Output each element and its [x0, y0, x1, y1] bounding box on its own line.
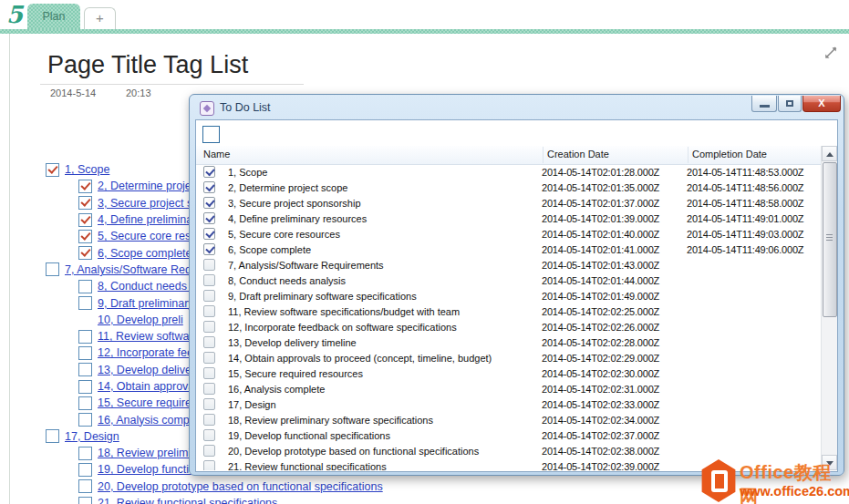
todo-checkbox[interactable]	[78, 447, 92, 460]
scrollbar-thumb[interactable]	[823, 162, 837, 317]
table-row[interactable]: 4, Define preliminary resources2014-05-1…	[196, 211, 822, 226]
column-header-completion-date[interactable]: Completion Date	[692, 149, 767, 159]
row-completion-date: 2014-05-14T11:48:58.000Z	[687, 198, 822, 209]
app-logo-icon: 5	[6, 1, 23, 28]
todo-checkbox[interactable]	[78, 363, 92, 376]
column-header-creation-date[interactable]: Creation Date	[547, 149, 609, 159]
table-row[interactable]: 19, Develop functional specifications201…	[196, 427, 822, 443]
todo-checkbox[interactable]	[78, 463, 92, 477]
row-completion-date: 2014-05-14T11:48:56.000Z	[687, 182, 822, 193]
row-creation-date: 2014-05-14T02:02:38.000Z	[542, 446, 687, 457]
todo-link[interactable]: 6, Scope complete	[98, 247, 192, 260]
dialog-title: To Do List	[220, 101, 271, 114]
row-checkbox[interactable]	[203, 445, 215, 457]
tab-plan[interactable]: Plan	[27, 4, 80, 29]
todo-checkbox[interactable]	[78, 479, 92, 493]
row-name: 5, Secure core resources	[228, 229, 542, 240]
todo-checkbox[interactable]	[78, 413, 92, 427]
table-row[interactable]: 16, Analysis complete2014-05-14T02:02:31…	[196, 381, 822, 396]
todo-list-dialog: To Do List X Name Creation Date Completi…	[189, 94, 844, 476]
todo-checkbox[interactable]	[78, 196, 92, 210]
row-checkbox[interactable]	[203, 243, 215, 255]
row-creation-date: 2014-05-14T02:02:30.000Z	[542, 368, 687, 379]
row-name: 19, Develop functional specifications	[228, 430, 542, 441]
vertical-scrollbar[interactable]	[821, 146, 837, 470]
row-creation-date: 2014-05-14T02:02:34.000Z	[542, 415, 687, 426]
row-checkbox[interactable]	[203, 259, 215, 271]
row-checkbox[interactable]	[203, 336, 215, 348]
row-checkbox[interactable]	[203, 460, 215, 470]
row-checkbox[interactable]	[203, 274, 215, 286]
row-creation-date: 2014-05-14T02:01:49.000Z	[542, 291, 687, 302]
row-checkbox[interactable]	[203, 367, 215, 379]
row-checkbox[interactable]	[203, 305, 215, 317]
resize-diagonal-icon[interactable]	[823, 46, 838, 60]
row-creation-date: 2014-05-14T02:02:33.000Z	[542, 399, 687, 410]
todo-checkbox[interactable]	[78, 497, 92, 504]
close-button[interactable]: X	[802, 96, 841, 112]
table-row[interactable]: 2, Determine project scope2014-05-14T02:…	[196, 180, 822, 195]
todo-checkbox[interactable]	[46, 429, 59, 443]
table-row[interactable]: 6, Scope complete2014-05-14T02:01:41.000…	[196, 242, 822, 257]
todo-checkbox[interactable]	[78, 296, 92, 310]
row-checkbox[interactable]	[203, 398, 215, 410]
table-row[interactable]: 14, Obtain approvals to proceed (concept…	[196, 350, 822, 365]
todo-list-item[interactable]: 21, Review functional specifications	[40, 495, 398, 504]
table-row[interactable]: 18, Review preliminary software specific…	[196, 412, 822, 427]
maximize-button[interactable]	[778, 96, 802, 112]
row-checkbox[interactable]	[203, 166, 215, 178]
todo-link[interactable]: 21, Review functional specifications	[98, 497, 277, 504]
row-checkbox[interactable]	[203, 181, 215, 193]
row-checkbox[interactable]	[203, 290, 215, 302]
table-row[interactable]: 5, Secure core resources2014-05-14T02:01…	[196, 226, 822, 242]
row-checkbox[interactable]	[203, 383, 215, 395]
table-row[interactable]: 7, Analysis/Software Requirements2014-05…	[196, 257, 822, 273]
row-checkbox[interactable]	[203, 228, 215, 240]
table-row[interactable]: 11, Review software specifications/budge…	[196, 303, 822, 319]
new-tab-button[interactable]: +	[84, 7, 116, 30]
todo-checkbox[interactable]	[46, 262, 59, 276]
todo-checkbox[interactable]	[78, 380, 92, 394]
todo-checkbox[interactable]	[78, 213, 92, 227]
todo-link[interactable]: 1, Scope	[65, 163, 109, 176]
title-divider	[40, 84, 304, 85]
table-row[interactable]: 15, Secure required resources2014-05-14T…	[196, 365, 822, 381]
row-name: 15, Secure required resources	[228, 368, 542, 379]
row-checkbox[interactable]	[203, 414, 215, 426]
todo-checkbox[interactable]	[78, 396, 92, 410]
todo-link[interactable]: 10, Develop preli	[98, 314, 183, 326]
todo-checkbox[interactable]	[78, 280, 92, 293]
table-row[interactable]: 17, Design2014-05-14T02:02:33.000Z	[196, 396, 822, 412]
todo-checkbox[interactable]	[78, 230, 92, 243]
todo-checkbox[interactable]	[78, 246, 92, 260]
scroll-up-button[interactable]	[822, 146, 837, 161]
minimize-icon	[760, 105, 770, 108]
row-checkbox[interactable]	[203, 352, 215, 364]
row-checkbox[interactable]	[203, 429, 215, 441]
table-row[interactable]: 3, Secure project sponsorship2014-05-14T…	[196, 195, 822, 211]
page-title: Page Title Tag List	[47, 51, 248, 79]
row-checkbox[interactable]	[203, 212, 215, 224]
row-checkbox[interactable]	[203, 197, 215, 209]
office-door-icon	[711, 470, 728, 492]
todo-checkbox[interactable]	[78, 180, 92, 193]
todo-link[interactable]: 20, Develop prototype based on functiona…	[98, 480, 383, 493]
master-checkbox[interactable]	[202, 126, 220, 143]
column-divider	[543, 147, 544, 163]
table-row[interactable]: 12, Incorporate feedback on software spe…	[196, 319, 822, 334]
todo-checkbox[interactable]	[46, 163, 59, 177]
row-creation-date: 2014-05-14T02:02:26.000Z	[542, 322, 687, 333]
table-row[interactable]: 20, Develop prototype based on functiona…	[196, 443, 822, 458]
todo-link[interactable]: 17, Design	[65, 430, 119, 443]
column-header-name[interactable]: Name	[203, 149, 230, 159]
todo-checkbox[interactable]	[78, 330, 92, 344]
todo-checkbox[interactable]	[78, 346, 92, 360]
todo-list-item[interactable]: 20, Develop prototype based on functiona…	[40, 478, 398, 495]
table-row[interactable]: 8, Conduct needs analysis2014-05-14T02:0…	[196, 273, 822, 288]
table-row[interactable]: 1, Scope2014-05-14T02:01:28.000Z2014-05-…	[196, 164, 822, 180]
row-checkbox[interactable]	[203, 321, 215, 333]
table-row[interactable]: 13, Develop delivery timeline2014-05-14T…	[196, 334, 822, 350]
row-name: 3, Secure project sponsorship	[228, 198, 542, 209]
table-row[interactable]: 9, Draft preliminary software specificat…	[196, 288, 822, 303]
minimize-button[interactable]	[751, 96, 777, 112]
